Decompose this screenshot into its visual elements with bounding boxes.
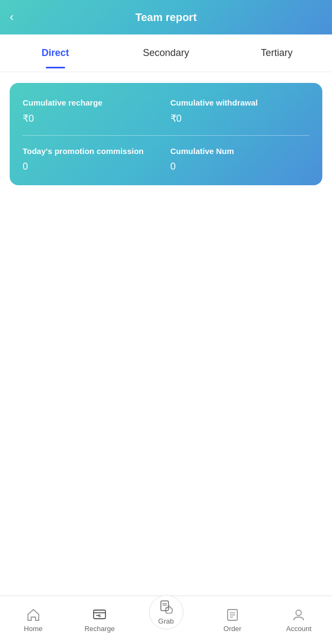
- cumulative-num-section: Cumulative Num 0: [171, 146, 310, 172]
- svg-text:$: $: [98, 613, 101, 618]
- recharge-label: Recharge: [84, 625, 115, 633]
- promotion-commission-value: 0: [23, 161, 162, 172]
- bottom-nav: Home $ Recharge Grab: [0, 596, 332, 644]
- cumulative-withdrawal-value: ₹0: [171, 113, 310, 124]
- svg-point-11: [296, 610, 301, 615]
- nav-item-home[interactable]: Home: [0, 607, 66, 633]
- order-icon: [225, 607, 240, 622]
- promotion-commission-section: Today's promotion commission 0: [23, 146, 162, 172]
- nav-item-recharge[interactable]: $ Recharge: [66, 607, 132, 633]
- account-label: Account: [286, 625, 312, 633]
- svg-rect-4: [161, 601, 168, 611]
- cumulative-withdrawal-section: Cumulative withdrawal ₹0: [171, 98, 310, 124]
- grab-label: Grab: [158, 617, 174, 625]
- header: ‹ Team report: [0, 0, 332, 34]
- account-icon: [291, 607, 306, 622]
- cumulative-recharge-label: Cumulative recharge: [23, 98, 162, 107]
- stats-bottom-row: Today's promotion commission 0 Cumulativ…: [23, 136, 309, 172]
- back-button[interactable]: ‹: [10, 10, 13, 24]
- promotion-commission-label: Today's promotion commission: [23, 146, 162, 156]
- tabs-container: Direct Secondary Tertiary: [0, 34, 332, 72]
- cumulative-withdrawal-label: Cumulative withdrawal: [171, 98, 310, 107]
- nav-item-account[interactable]: Account: [266, 607, 332, 633]
- recharge-icon: $: [92, 607, 107, 622]
- page-title: Team report: [135, 11, 196, 24]
- nav-item-grab[interactable]: Grab: [133, 603, 199, 638]
- home-label: Home: [24, 625, 43, 633]
- cumulative-recharge-value: ₹0: [23, 113, 162, 124]
- cumulative-recharge-section: Cumulative recharge ₹0: [23, 98, 162, 124]
- grab-circle: Grab: [149, 595, 183, 629]
- cumulative-num-value: 0: [171, 161, 310, 172]
- cumulative-num-label: Cumulative Num: [171, 146, 310, 156]
- stats-card: Cumulative recharge ₹0 Cumulative withdr…: [10, 83, 322, 185]
- order-label: Order: [223, 625, 241, 633]
- nav-item-order[interactable]: Order: [199, 607, 265, 633]
- tab-direct[interactable]: Direct: [0, 34, 111, 72]
- stats-top-row: Cumulative recharge ₹0 Cumulative withdr…: [23, 98, 309, 136]
- home-icon: [26, 607, 41, 622]
- tab-secondary[interactable]: Secondary: [111, 34, 222, 72]
- tab-tertiary[interactable]: Tertiary: [221, 34, 332, 72]
